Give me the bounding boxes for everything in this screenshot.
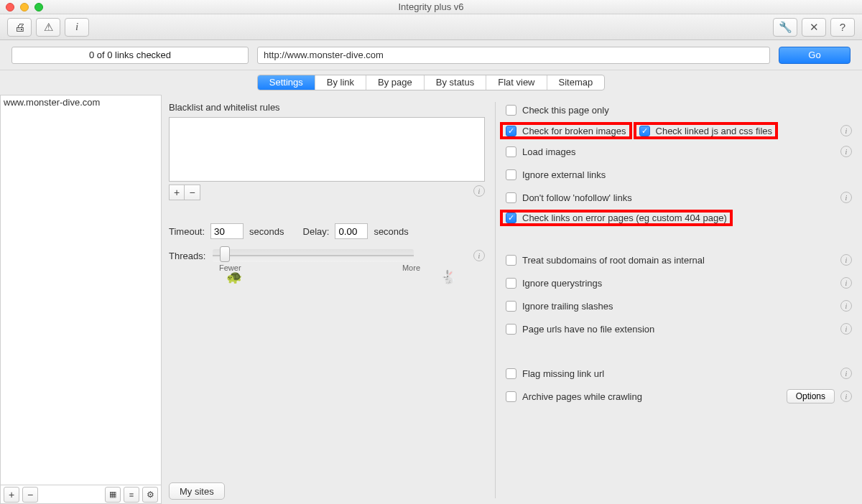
no-file-extension-label: Page urls have no file extension: [522, 324, 654, 335]
my-sites-button[interactable]: My sites: [169, 482, 225, 500]
delay-label: Delay:: [303, 226, 330, 237]
no-file-extension-info-icon[interactable]: i: [840, 323, 852, 335]
warnings-button[interactable]: ⚠: [36, 18, 60, 37]
tab-flat-view[interactable]: Flat view: [486, 75, 547, 90]
add-rule-button[interactable]: +: [169, 185, 185, 200]
wrench-icon: 🔧: [779, 21, 792, 34]
ignore-trailing-slashes-checkbox[interactable]: [506, 301, 516, 312]
warning-icon: ⚠: [44, 21, 53, 34]
flag-missing-link-checkbox[interactable]: [506, 368, 516, 379]
archive-options-button[interactable]: Options: [787, 389, 835, 403]
flag-missing-link-label: Flag missing link url: [522, 368, 604, 379]
subdomains-info-icon[interactable]: i: [840, 254, 852, 266]
preferences-button[interactable]: 🔧: [773, 18, 797, 37]
timeout-label: Timeout:: [169, 226, 205, 237]
load-images-checkbox[interactable]: [506, 146, 516, 157]
slider-thumb[interactable]: [220, 246, 230, 262]
help-button[interactable]: ?: [830, 18, 855, 37]
flag-missing-info-icon[interactable]: i: [840, 368, 852, 379]
check-this-page-only-checkbox[interactable]: [506, 105, 516, 116]
threads-label: Threads:: [169, 251, 205, 261]
ignore-querystrings-checkbox[interactable]: [506, 278, 516, 289]
archive-pages-label: Archive pages while crawling: [522, 391, 642, 402]
delay-unit: seconds: [374, 226, 408, 237]
help-icon: ?: [840, 21, 845, 33]
threads-info-icon[interactable]: i: [473, 250, 485, 261]
ignore-querystrings-label: Ignore querystrings: [522, 278, 602, 289]
tab-settings[interactable]: Settings: [258, 75, 315, 90]
archive-pages-checkbox[interactable]: [506, 391, 516, 402]
go-button[interactable]: Go: [779, 47, 851, 64]
info-button[interactable]: i: [65, 18, 89, 37]
js-css-info-icon[interactable]: i: [840, 125, 852, 136]
rabbit-icon: 🐇: [440, 269, 456, 285]
sites-sidebar: www.monster-dive.com + − ▦ ≡ ⚙: [0, 95, 162, 504]
tools-icon: ✕: [810, 21, 819, 34]
tab-by-status[interactable]: By status: [425, 75, 486, 90]
timeout-unit: seconds: [249, 226, 284, 237]
check-error-pages-label: Check links on error pages (eg custom 40…: [522, 213, 727, 223]
view-tabs: Settings By link By page By status Flat …: [0, 70, 862, 95]
timeout-input[interactable]: [210, 223, 244, 239]
tab-by-page[interactable]: By page: [366, 75, 425, 90]
turtle-icon: 🐢: [226, 269, 242, 285]
tab-sitemap[interactable]: Sitemap: [547, 75, 605, 90]
settings-right-panel: Check this page only Check for broken im…: [506, 102, 852, 498]
print-button[interactable]: 🖨: [7, 18, 32, 37]
window-title: Integrity plus v6: [0, 1, 862, 12]
check-linked-js-css-checkbox[interactable]: [639, 126, 650, 136]
querystrings-info-icon[interactable]: i: [840, 277, 852, 289]
check-linked-js-css-label: Check linked js and css files: [656, 126, 773, 136]
sidebar-gear-button[interactable]: ⚙: [142, 487, 158, 503]
url-input[interactable]: http://www.monster-dive.com: [257, 47, 770, 64]
print-icon: 🖨: [14, 21, 25, 33]
treat-subdomains-label: Treat subdomains of root domain as inter…: [522, 255, 705, 266]
grid-view-button[interactable]: ▦: [105, 487, 121, 503]
titlebar: Integrity plus v6: [0, 0, 862, 14]
blacklist-info-icon[interactable]: i: [473, 185, 485, 197]
add-site-button[interactable]: +: [4, 487, 19, 503]
dont-follow-nofollow-checkbox[interactable]: [506, 192, 516, 203]
info-icon: i: [75, 21, 78, 33]
blacklist-whitelist-textarea[interactable]: [169, 117, 485, 182]
site-list-item[interactable]: www.monster-dive.com: [4, 97, 158, 108]
dont-follow-nofollow-label: Don't follow 'nofollow' links: [522, 192, 632, 203]
url-toolbar: 0 of 0 links checked http://www.monster-…: [0, 40, 862, 70]
main-toolbar: 🖨 ⚠ i 🔧 ✕ ?: [0, 14, 862, 40]
nofollow-info-icon[interactable]: i: [840, 192, 852, 203]
no-file-extension-checkbox[interactable]: [506, 324, 516, 335]
delay-input[interactable]: [335, 223, 368, 239]
remove-rule-button[interactable]: −: [185, 185, 200, 200]
check-this-page-only-label: Check this page only: [522, 105, 609, 116]
ignore-trailing-slashes-label: Ignore trailing slashes: [522, 301, 613, 312]
check-error-pages-checkbox[interactable]: [506, 213, 516, 223]
check-broken-images-label: Check for broken images: [522, 126, 626, 136]
tools-button[interactable]: ✕: [802, 18, 826, 37]
treat-subdomains-checkbox[interactable]: [506, 255, 516, 266]
load-images-label: Load images: [522, 146, 575, 157]
list-view-button[interactable]: ≡: [124, 487, 139, 503]
remove-site-button[interactable]: −: [22, 487, 38, 503]
ignore-external-label: Ignore external links: [522, 169, 606, 180]
tab-by-link[interactable]: By link: [315, 75, 366, 90]
check-broken-images-checkbox[interactable]: [506, 126, 516, 136]
load-images-info-icon[interactable]: i: [840, 146, 852, 157]
status-field: 0 of 0 links checked: [11, 47, 249, 64]
settings-left-panel: Blacklist and whitelist rules + − i Time…: [169, 102, 485, 498]
threads-slider[interactable]: [213, 249, 414, 262]
ignore-external-checkbox[interactable]: [506, 169, 516, 180]
archive-info-icon[interactable]: i: [840, 391, 852, 402]
trailing-slashes-info-icon[interactable]: i: [840, 300, 852, 312]
blacklist-whitelist-title: Blacklist and whitelist rules: [169, 102, 485, 113]
